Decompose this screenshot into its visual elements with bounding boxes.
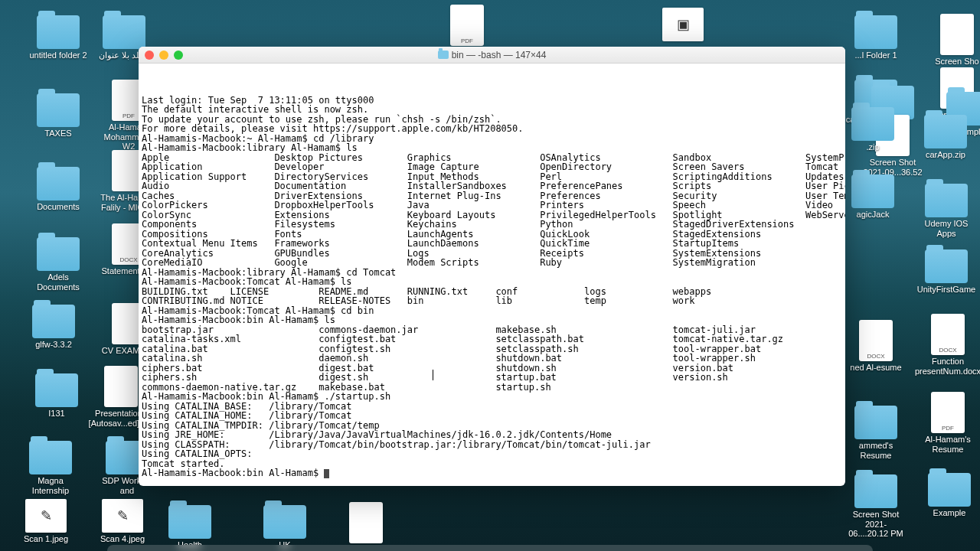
document-icon [104,366,138,407]
icon-label: agicJack [857,210,890,220]
desktop-icon[interactable]: DOCXFunction presentNum.docx [917,314,978,376]
desktop-icon[interactable]: UnityFirstGame [916,249,977,295]
icon-label: Scan 4.jpeg [100,534,145,544]
traffic-lights [145,51,183,60]
document-icon [940,14,974,55]
desktop-icon[interactable]: Screen Sho [926,14,980,67]
minimize-icon[interactable] [159,51,168,60]
terminal-line: Using CATALINA_OPTS: [142,449,842,459]
icon-label: Adels Documents [28,272,89,292]
desktop-icon[interactable]: Documents [28,167,89,212]
titlebar[interactable]: bin — -bash — 147×44 [139,47,845,64]
document-icon: PDF [931,392,965,433]
maximize-icon[interactable] [174,51,183,60]
folder-icon [854,474,897,508]
icon-label: Example [933,508,966,518]
terminal-body[interactable]: Last login: Tue Sep 7 13:11:05 on ttys00… [139,64,845,486]
terminal-line: Application Developer Image Capture Open… [142,162,842,172]
folder-icon [103,15,145,49]
folder-icon [851,107,894,141]
document-icon: DOCX [931,314,965,355]
icon-label: Screen Sho [935,57,978,67]
icon-label: Screen Shot 2021-06....20.12 PM [845,510,906,539]
icon-label: Udemy IOS Apps [916,219,977,238]
folder-icon [851,174,894,208]
folder-icon [924,115,967,148]
terminal-line: CONTRIBUTING.md NOTICE RELEASE-NOTES bin… [142,296,842,306]
terminal-line: Using JRE_HOME: /Library/Java/JavaVirtua… [142,430,842,440]
desktop-icon[interactable]: carApp.zip [915,115,976,160]
icon-label: TAXES [44,129,71,139]
image-icon: ✎ [102,499,143,533]
terminal-line: For more details, please visit https://s… [142,124,842,134]
terminal-line: The default interactive shell is now zsh… [142,105,842,115]
terminal-line: Audio Documentation InstallerSandboxes P… [142,181,842,191]
icon-label: glfw-3.3.2 [35,340,72,350]
icon-label: Scan 1.jpeg [24,534,68,544]
terminal-line: Contextual Menu Items Frameworks LaunchD… [142,239,842,249]
desktop-icon[interactable]: Adels Documents [28,237,89,292]
desktop-icon[interactable]: ...l Folder 1 [845,15,906,60]
desktop-icon[interactable]: Screen Shot 2021-06....20.12 PM [845,474,906,539]
icon-label: Function presentNum.docx [915,357,980,376]
terminal-line: catalina-tasks.xml configtest.bat setcla… [142,334,842,344]
desktop-icon[interactable]: untitled folder 2 [28,15,89,60]
desktop-icon[interactable]: Example [919,473,980,518]
icon-label: I131 [48,409,64,419]
dock[interactable] [107,545,873,551]
desktop-icon[interactable]: glfw-3.3.2 [23,305,84,350]
icon-label: ammed's Resume [845,441,906,460]
text-caret-icon [433,370,433,380]
terminal-line: ColorPickers DropboxHelperTools Java Pri… [142,201,842,210]
desktop-icon[interactable]: UK [254,505,315,550]
document-icon: DOCX [859,320,893,361]
desktop-icon[interactable]: ▣ [652,8,714,41]
desktop-icon[interactable]: I131 [26,373,87,419]
terminal-line: Components Filesystems Keychains Python … [142,220,842,230]
terminal-line: Al-Hamamis-Macbook:bin Al-Hamam$ ./start… [142,392,842,402]
folder-icon [928,473,971,507]
folder-icon [37,167,80,201]
desktop-icon[interactable]: TAXES [28,93,89,139]
icon-label: untitled folder 2 [29,51,87,60]
document-icon: PDF [450,5,484,46]
desktop-icon[interactable]: agicJack [842,174,903,220]
icon-label: Al-Hamam's Resume [917,435,978,454]
icon-label: carApp.zip [926,150,965,160]
terminal-line: catalina.sh daemon.sh shutdown.bat tool-… [142,354,842,364]
icon-label: Magna Internship [20,476,81,495]
terminal-window: bin — -bash — 147×44 Last login: Tue Sep… [139,47,845,486]
desktop-icon[interactable]: ammed's Resume [845,406,906,460]
desktop-icon[interactable]: ✎Scan 4.jpeg [92,499,153,544]
desktop-icon[interactable]: PDF [436,5,498,46]
folder-icon [37,93,80,127]
image-icon: ▣ [662,8,704,41]
desktop-icon[interactable]: Health Insurance [159,505,220,551]
folder-icon [925,184,968,217]
folder-icon [32,305,75,338]
folder-icon [37,15,80,49]
terminal-line: Al-Hamamis-Macbook:library Al-Hamam$ ls [142,143,842,153]
folder-icon [37,237,80,271]
desktop-icon[interactable]: .zip [842,107,903,152]
desktop-icon[interactable]: PDFAl-Hamam's Resume [917,392,978,454]
icon-label: .zip [866,142,879,152]
desktop-icon[interactable]: ✎Scan 1.jpeg [15,499,77,544]
folder-icon [854,15,897,49]
close-icon[interactable] [145,51,154,60]
desktop-icon[interactable]: Udemy IOS Apps [916,184,977,238]
folder-icon [35,373,78,407]
desktop-icon[interactable]: Magna Internship [20,441,81,495]
terminal-line: Al-Hamamis-Macbook:bin Al-Hamam$ ls [142,315,842,325]
folder-icon [925,249,968,283]
image-icon: ✎ [25,499,67,533]
document-icon [349,502,383,543]
folder-icon [263,505,306,539]
icon-label: Documents [37,202,80,212]
terminal-line: CoreMediaIO Google Modem Scripts Ruby Sy… [142,258,842,268]
cursor-icon [324,469,329,478]
window-title: bin — -bash — 147×44 [139,50,845,60]
desktop-icon[interactable] [335,502,397,543]
desktop-icon[interactable]: DOCXned Al-esume [845,320,906,373]
folder-icon [29,441,72,474]
